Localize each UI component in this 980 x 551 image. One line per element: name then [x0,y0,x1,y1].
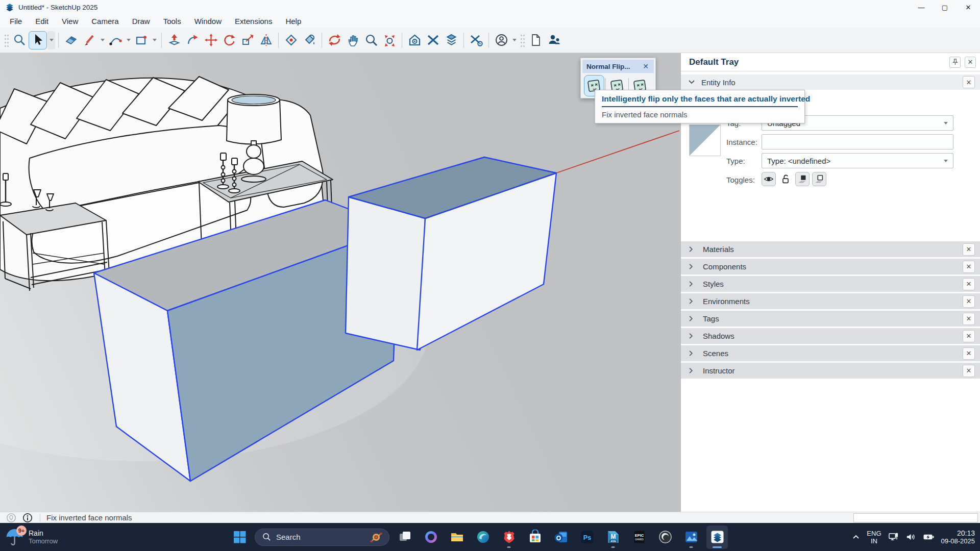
tray-section-environments[interactable]: Environments✕ [681,293,980,309]
menu-extensions[interactable]: Extensions [228,14,279,28]
line-tool-dropdown[interactable] [99,31,106,49]
tray-section-shadows[interactable]: Shadows✕ [681,328,980,344]
clock[interactable]: 20:13 09-08-2025 [941,529,975,545]
tray-section-tags[interactable]: Tags✕ [681,311,980,327]
weather-widget[interactable]: 9+ Rain Tomorrow [4,523,58,551]
maximize-button[interactable]: ▢ [933,0,957,14]
normal-flip-b-tool-icon[interactable] [442,31,460,49]
arc-tool-dropdown[interactable] [125,31,132,49]
tray-section-scenes[interactable]: Scenes✕ [681,345,980,361]
scale-tool-icon[interactable] [238,31,257,49]
movies-tv-app[interactable] [680,525,702,549]
normal-flip-close-icon[interactable]: ✕ [642,62,650,70]
section-close-button[interactable]: ✕ [963,330,975,342]
rotate-tool-icon[interactable] [220,31,238,49]
offset-tool-icon[interactable] [282,31,300,49]
menu-edit[interactable]: Edit [29,14,55,28]
section-close-button[interactable]: ✕ [963,261,975,273]
microsoft-store-app[interactable] [524,525,546,549]
zoom-tool-icon[interactable] [362,31,380,49]
task-view-app[interactable] [394,525,415,549]
section-close-button[interactable]: ✕ [963,313,975,325]
select-tool-icon[interactable] [29,31,47,49]
sketchup-app[interactable] [706,525,728,549]
menu-view[interactable]: View [55,14,85,28]
selected-box-right[interactable] [346,157,556,350]
entity-info-header[interactable]: Entity Info ✕ [681,74,980,90]
menu-file[interactable]: File [3,14,29,28]
start-button[interactable] [229,525,250,549]
eraser-tool-icon[interactable] [62,31,80,49]
account-button-dropdown[interactable] [510,31,518,49]
menu-camera[interactable]: Camera [85,14,125,28]
geolocation-icon[interactable] [6,513,16,523]
zoom-extents-tool-icon[interactable] [380,31,399,49]
epic-games-app[interactable]: EPICGAMES [628,525,650,549]
move-tool-icon[interactable] [202,31,220,49]
tray-pin-button[interactable] [949,57,961,68]
volume-icon[interactable] [905,532,916,542]
tray-close-button[interactable]: ✕ [965,57,976,68]
visibility-toggle[interactable] [762,172,776,186]
search-box[interactable]: Search [255,529,389,546]
receive-shadows-toggle[interactable] [812,172,826,186]
tray-section-components[interactable]: Components✕ [681,259,980,274]
entity-info-close-button[interactable]: ✕ [963,76,975,88]
normal-flip-titlebar[interactable]: Normal Flip... ✕ [582,60,654,73]
entity-dropdown[interactable]: Type: <undefined> [762,153,953,168]
file-explorer-app[interactable] [446,525,468,549]
select-tool-dropdown[interactable] [47,31,55,49]
measurements-input[interactable] [853,513,978,522]
followme-tool-icon[interactable] [183,31,202,49]
menu-draw[interactable]: Draw [126,14,157,28]
obs-studio-app[interactable] [654,525,676,549]
outlook-app[interactable]: O [550,525,572,549]
tray-section-instructor[interactable]: Instructor✕ [681,363,980,379]
tray-chevron-up-icon[interactable] [852,533,860,541]
photoshop-app[interactable]: Ps [576,525,598,549]
close-button[interactable]: ✕ [957,0,980,14]
info-icon[interactable] [22,513,33,523]
minimize-button[interactable]: — [910,0,933,14]
viewport[interactable] [0,53,680,512]
entity-input[interactable] [762,134,953,149]
normal-flip-a-tool-icon[interactable] [424,31,442,49]
cast-shadows-toggle[interactable] [795,172,810,186]
section-close-button[interactable]: ✕ [963,243,975,256]
menu-window[interactable]: Window [188,14,228,28]
section-close-button[interactable]: ✕ [963,278,975,290]
new-document-button-icon[interactable] [526,31,545,49]
tray-section-materials[interactable]: Materials✕ [681,241,980,257]
maya-app[interactable]: MAYA [602,525,624,549]
edge-app[interactable] [472,525,494,549]
language-indicator[interactable]: ENG IN [867,530,881,545]
orbit-tool-icon[interactable] [325,31,344,49]
section-close-button[interactable]: ✕ [963,347,975,360]
rectangle-tool-dropdown[interactable] [151,31,158,49]
pan-tool-icon[interactable] [344,31,362,49]
tray-section-styles[interactable]: Styles✕ [681,276,980,292]
pushpull-tool-icon[interactable] [165,31,183,49]
rakhi-decoration-icon [369,530,384,545]
account-button-icon[interactable] [492,31,510,49]
normal-flip-settings-tool-icon[interactable] [467,31,485,49]
section-close-button[interactable]: ✕ [963,295,975,308]
menu-help[interactable]: Help [279,14,308,28]
toolbar-grip[interactable] [520,33,525,48]
toolbar-grip[interactable] [4,33,9,48]
rectangle-tool-icon[interactable] [132,31,151,49]
battery-icon[interactable] [923,532,935,542]
invite-button-icon[interactable] [545,31,563,49]
brave-app[interactable] [498,525,520,549]
line-tool-icon[interactable] [80,31,99,49]
menu-tools[interactable]: Tools [157,14,188,28]
network-icon[interactable] [888,532,899,542]
lock-toggle[interactable] [778,172,793,186]
search-tool-icon[interactable] [10,31,29,49]
section-close-button[interactable]: ✕ [963,365,975,377]
arc-tool-icon[interactable] [106,31,125,49]
flip-tool-icon[interactable] [257,31,275,49]
extension-warehouse-tool-icon[interactable] [405,31,424,49]
copilot-app[interactable] [420,525,442,549]
paint-tool-icon[interactable] [300,31,318,49]
